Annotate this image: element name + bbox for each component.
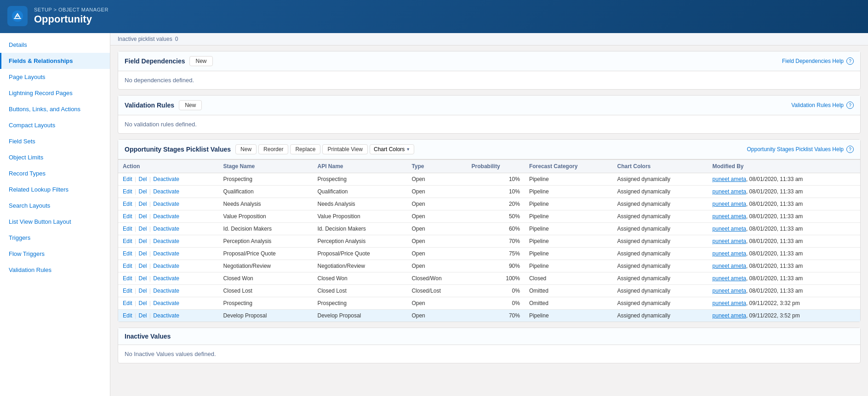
sidebar-item-record-types[interactable]: Record Types	[0, 165, 110, 181]
deactivate-link-11[interactable]: Deactivate	[153, 312, 179, 319]
forecast-cell-6: Pipeline	[525, 248, 613, 260]
user-link-9[interactable]: puneet ameta	[713, 288, 746, 294]
sidebar-item-triggers[interactable]: Triggers	[0, 230, 110, 246]
del-link-3[interactable]: Del	[138, 213, 147, 220]
edit-link-11[interactable]: Edit	[123, 312, 132, 319]
action-cell-1: Edit | Del | Deactivate	[118, 186, 219, 198]
picklist-reorder-button[interactable]: Reorder	[258, 144, 288, 154]
sidebar-item-lightning-record-pages[interactable]: Lightning Record Pages	[0, 85, 110, 101]
edit-link-6[interactable]: Edit	[123, 250, 132, 257]
del-link-4[interactable]: Del	[138, 226, 147, 232]
picklist-values-section: Opportunity Stages Picklist Values New R…	[118, 139, 861, 322]
sidebar-item-search-layouts[interactable]: Search Layouts	[0, 198, 110, 214]
inactive-values-empty-msg: No Inactive Values values defined.	[125, 351, 216, 357]
inactive-values-title: Inactive Values	[125, 333, 171, 340]
edit-link-3[interactable]: Edit	[123, 213, 132, 220]
field-dependencies-help-link[interactable]: Field Dependencies Help	[782, 58, 844, 64]
picklist-help-icon[interactable]: ?	[846, 146, 854, 153]
user-link-7[interactable]: puneet ameta	[713, 263, 746, 269]
user-link-5[interactable]: puneet ameta	[713, 238, 746, 244]
field-dependencies-section: Field Dependencies New Field Dependencie…	[118, 51, 861, 90]
user-link-0[interactable]: puneet ameta	[713, 176, 746, 182]
validation-rules-empty-msg: No validation rules defined.	[125, 121, 197, 128]
del-link-0[interactable]: Del	[138, 176, 147, 182]
sidebar-item-details[interactable]: Details	[0, 37, 110, 53]
app-logo	[7, 6, 28, 26]
validation-rules-title: Validation Rules	[125, 102, 174, 109]
user-link-4[interactable]: puneet ameta	[713, 226, 746, 232]
del-link-2[interactable]: Del	[138, 201, 147, 207]
validation-rules-new-button[interactable]: New	[179, 100, 202, 110]
sidebar-item-related-lookup-filters[interactable]: Related Lookup Filters	[0, 181, 110, 198]
del-link-6[interactable]: Del	[138, 250, 147, 257]
deactivate-link-5[interactable]: Deactivate	[153, 238, 179, 244]
stage-name-cell-0: Prospecting	[219, 173, 313, 186]
deactivate-link-1[interactable]: Deactivate	[153, 188, 179, 195]
sidebar-item-object-limits[interactable]: Object Limits	[0, 149, 110, 165]
del-link-11[interactable]: Del	[138, 312, 147, 319]
del-link-7[interactable]: Del	[138, 263, 147, 269]
api-name-cell-8: Closed Won	[313, 272, 407, 285]
deactivate-link-8[interactable]: Deactivate	[153, 275, 179, 282]
edit-link-5[interactable]: Edit	[123, 238, 132, 244]
main-layout: DetailsFields & RelationshipsPage Layout…	[0, 33, 868, 396]
user-link-10[interactable]: puneet ameta	[713, 300, 746, 306]
deactivate-link-2[interactable]: Deactivate	[153, 201, 179, 207]
deactivate-link-3[interactable]: Deactivate	[153, 213, 179, 220]
field-dependencies-body: No dependencies defined.	[118, 71, 860, 89]
sidebar-item-compact-layouts[interactable]: Compact Layouts	[0, 117, 110, 133]
sidebar-item-fields-relationships[interactable]: Fields & Relationships	[0, 53, 110, 69]
deactivate-link-9[interactable]: Deactivate	[153, 288, 179, 294]
user-link-6[interactable]: puneet ameta	[713, 250, 746, 257]
sidebar-item-page-layouts[interactable]: Page Layouts	[0, 69, 110, 85]
del-link-5[interactable]: Del	[138, 238, 147, 244]
edit-link-0[interactable]: Edit	[123, 176, 132, 182]
field-dependencies-new-button[interactable]: New	[189, 56, 212, 66]
validation-rules-help-link[interactable]: Validation Rules Help	[791, 102, 844, 108]
sidebar-item-flow-triggers[interactable]: Flow Triggers	[0, 246, 110, 262]
edit-link-7[interactable]: Edit	[123, 263, 132, 269]
deactivate-link-10[interactable]: Deactivate	[153, 300, 179, 306]
user-link-2[interactable]: puneet ameta	[713, 201, 746, 207]
picklist-replace-button[interactable]: Replace	[290, 144, 320, 154]
sidebar-item-field-sets[interactable]: Field Sets	[0, 133, 110, 149]
user-link-11[interactable]: puneet ameta	[713, 312, 746, 319]
edit-link-2[interactable]: Edit	[123, 201, 132, 207]
user-link-8[interactable]: puneet ameta	[713, 275, 746, 282]
edit-link-9[interactable]: Edit	[123, 288, 132, 294]
table-row: Edit | Del | DeactivateNeeds AnalysisNee…	[118, 198, 860, 210]
edit-link-10[interactable]: Edit	[123, 300, 132, 306]
col-probability: Probability	[467, 160, 525, 173]
del-link-8[interactable]: Del	[138, 275, 147, 282]
edit-link-8[interactable]: Edit	[123, 275, 132, 282]
deactivate-link-4[interactable]: Deactivate	[153, 226, 179, 232]
validation-rules-help-icon[interactable]: ?	[846, 102, 854, 109]
inactive-picklist-label: Inactive picklist values	[118, 36, 172, 42]
modified-by-cell-10: puneet ameta, 09/11/2022, 3:32 pm	[708, 297, 860, 310]
user-link-1[interactable]: puneet ameta	[713, 188, 746, 195]
table-row: Edit | Del | DeactivateQualificationQual…	[118, 186, 860, 198]
sidebar-item-validation-rules[interactable]: Validation Rules	[0, 262, 110, 278]
del-link-1[interactable]: Del	[138, 188, 147, 195]
sidebar-item-list-view-button-layout[interactable]: List View Button Layout	[0, 214, 110, 230]
edit-link-1[interactable]: Edit	[123, 188, 132, 195]
field-dependencies-help-icon[interactable]: ?	[846, 57, 854, 65]
del-link-9[interactable]: Del	[138, 288, 147, 294]
forecast-cell-11: Pipeline	[525, 310, 613, 322]
deactivate-link-6[interactable]: Deactivate	[153, 250, 179, 257]
breadcrumb: SETUP > OBJECT MANAGER	[34, 7, 108, 12]
picklist-new-button[interactable]: New	[235, 144, 257, 154]
object-manager-link[interactable]: OBJECT MANAGER	[58, 7, 108, 12]
deactivate-link-0[interactable]: Deactivate	[153, 176, 179, 182]
deactivate-link-7[interactable]: Deactivate	[153, 263, 179, 269]
chart-colors-cell-0: Assigned dynamically	[613, 173, 708, 186]
inactive-values-section: Inactive Values No Inactive Values value…	[118, 328, 861, 363]
picklist-help-link[interactable]: Opportunity Stages Picklist Values Help	[747, 146, 844, 153]
edit-link-4[interactable]: Edit	[123, 226, 132, 232]
user-link-3[interactable]: puneet ameta	[713, 213, 746, 220]
picklist-printable-view-button[interactable]: Printable View	[322, 144, 368, 154]
sidebar-item-buttons-links-actions[interactable]: Buttons, Links, and Actions	[0, 101, 110, 117]
picklist-chart-colors-button[interactable]: Chart Colors ▼	[370, 144, 414, 154]
col-action: Action	[118, 160, 219, 173]
del-link-10[interactable]: Del	[138, 300, 147, 306]
